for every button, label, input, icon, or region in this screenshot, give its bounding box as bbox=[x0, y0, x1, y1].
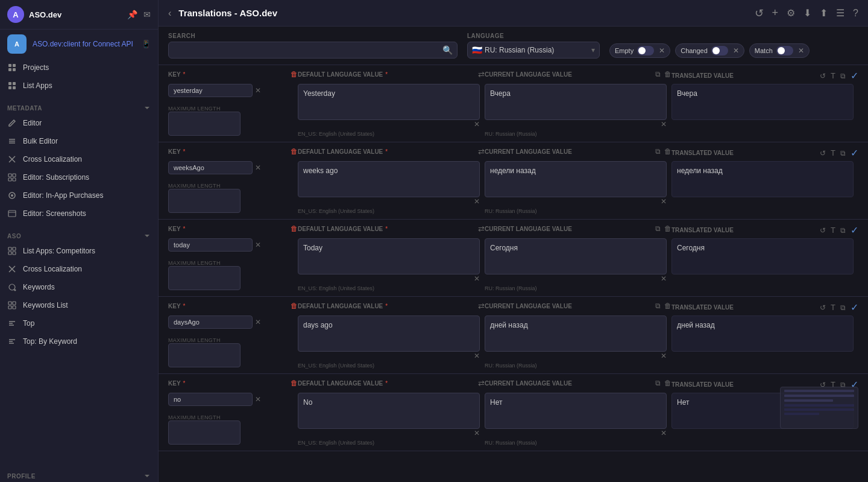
row3-translate-t-icon[interactable]: T bbox=[831, 226, 835, 235]
sidebar-item-cross-loc-aso[interactable]: Cross Localization bbox=[0, 260, 158, 278]
row2-key-clear[interactable]: ✕ bbox=[255, 163, 261, 172]
profile-section-title[interactable]: PROFILE bbox=[7, 472, 151, 480]
row1-current-clear[interactable]: ✕ bbox=[661, 120, 667, 128]
row4-copy-current-icon[interactable]: ⧉ bbox=[655, 302, 661, 310]
row2-copy-current-icon[interactable]: ⧉ bbox=[655, 147, 661, 156]
row1-current-textarea[interactable]: Вчера bbox=[485, 84, 667, 120]
sidebar-item-top[interactable]: Top bbox=[0, 314, 158, 332]
row3-delete-current-icon[interactable]: 🗑 bbox=[664, 224, 671, 233]
sidebar-item-list-apps-competitors[interactable]: List Apps: Competitors bbox=[0, 242, 158, 260]
row1-delete-btn[interactable]: 🗑 bbox=[291, 70, 298, 78]
row4-current-clear[interactable]: ✕ bbox=[661, 352, 667, 360]
row2-default-textarea[interactable]: weeks ago bbox=[298, 161, 480, 197]
row3-key-input[interactable] bbox=[168, 238, 253, 252]
row5-delete-current-icon[interactable]: 🗑 bbox=[664, 379, 671, 387]
row5-key-clear[interactable]: ✕ bbox=[255, 395, 261, 404]
row1-translate-icon[interactable]: ⇄ bbox=[478, 70, 485, 79]
toggle-changed-close[interactable]: ✕ bbox=[733, 46, 739, 55]
row5-max-length-input[interactable] bbox=[168, 420, 241, 445]
row2-delete-current-icon[interactable]: 🗑 bbox=[664, 147, 671, 156]
language-select[interactable]: RU: Russian (Russia) bbox=[467, 42, 600, 59]
row4-key-clear[interactable]: ✕ bbox=[255, 318, 261, 326]
row1-check-icon[interactable]: ✓ bbox=[851, 70, 858, 81]
row4-translate-icon[interactable]: ⇄ bbox=[478, 302, 485, 311]
row4-translate-t-icon[interactable]: T bbox=[831, 303, 835, 312]
sidebar-item-projects[interactable]: Projects bbox=[0, 59, 158, 77]
metadata-section-title[interactable]: METADATA bbox=[7, 104, 151, 112]
row2-current-clear[interactable]: ✕ bbox=[661, 197, 667, 206]
row4-check-icon[interactable]: ✓ bbox=[851, 302, 858, 313]
row5-delete-btn[interactable]: 🗑 bbox=[291, 379, 298, 387]
row4-max-length-input[interactable] bbox=[168, 343, 241, 367]
sidebar-item-bulk-editor[interactable]: Bulk Editor bbox=[0, 132, 158, 150]
settings-icon[interactable]: ⚙ bbox=[787, 7, 795, 19]
row3-refresh-icon[interactable]: ↺ bbox=[820, 226, 826, 235]
row4-current-textarea[interactable]: дней назад bbox=[485, 316, 667, 352]
row2-max-length-input[interactable] bbox=[168, 189, 241, 213]
mail-icon[interactable]: ✉ bbox=[143, 10, 151, 19]
row4-key-input[interactable] bbox=[168, 316, 253, 329]
sidebar-item-editor-subscriptions[interactable]: Editor: Subscriptions bbox=[0, 168, 158, 186]
row3-translate-icon[interactable]: ⇄ bbox=[478, 224, 485, 233]
row3-current-textarea[interactable]: Сегодня bbox=[485, 238, 667, 274]
row2-refresh-icon[interactable]: ↺ bbox=[820, 149, 826, 157]
row4-refresh-icon[interactable]: ↺ bbox=[820, 303, 826, 312]
row4-copy-translated-icon[interactable]: ⧉ bbox=[840, 303, 846, 312]
row2-key-input[interactable] bbox=[168, 161, 253, 174]
row3-default-clear[interactable]: ✕ bbox=[474, 274, 480, 283]
row5-default-textarea[interactable]: No bbox=[298, 393, 480, 429]
row2-copy-translated-icon[interactable]: ⧉ bbox=[840, 149, 846, 157]
download-icon[interactable]: ⬇ bbox=[804, 7, 811, 19]
client-app-item[interactable]: A ASO.dev:client for Connect API 📱 bbox=[0, 30, 158, 59]
row1-key-input[interactable] bbox=[168, 84, 253, 97]
row1-translate-t-icon[interactable]: T bbox=[831, 71, 835, 80]
toggle-empty-switch[interactable] bbox=[637, 46, 654, 55]
row4-default-clear[interactable]: ✕ bbox=[474, 352, 480, 360]
row2-check-icon[interactable]: ✓ bbox=[851, 147, 858, 159]
row3-copy-current-icon[interactable]: ⧉ bbox=[655, 224, 661, 233]
row1-copy-translated-icon[interactable]: ⧉ bbox=[840, 72, 846, 80]
row3-max-length-input[interactable] bbox=[168, 266, 241, 290]
toggle-match-switch[interactable] bbox=[776, 46, 793, 55]
row1-key-clear[interactable]: ✕ bbox=[255, 86, 261, 95]
row5-key-input[interactable] bbox=[168, 393, 253, 406]
toggle-empty[interactable]: Empty ✕ bbox=[609, 43, 670, 58]
row2-delete-btn[interactable]: 🗑 bbox=[291, 147, 298, 156]
row3-default-textarea[interactable]: Today bbox=[298, 238, 480, 274]
row2-default-clear[interactable]: ✕ bbox=[474, 197, 480, 206]
sidebar-item-keywords[interactable]: Keywords bbox=[0, 278, 158, 296]
toggle-changed-switch[interactable] bbox=[711, 46, 728, 55]
toggle-match[interactable]: Match ✕ bbox=[749, 43, 810, 58]
toggle-match-close[interactable]: ✕ bbox=[798, 46, 804, 55]
sidebar-item-top-by-keyword[interactable]: Top: By Keyword bbox=[0, 332, 158, 350]
back-button[interactable]: ‹ bbox=[168, 8, 171, 19]
menu-icon[interactable]: ☰ bbox=[836, 7, 844, 19]
row5-current-textarea[interactable]: Нет bbox=[485, 393, 667, 429]
refresh-icon[interactable]: ↺ bbox=[755, 7, 764, 20]
search-input[interactable] bbox=[168, 42, 458, 59]
row1-default-clear[interactable]: ✕ bbox=[474, 120, 480, 128]
row1-max-length-input[interactable] bbox=[168, 112, 241, 136]
add-icon[interactable]: + bbox=[772, 7, 779, 19]
row1-default-textarea[interactable]: Yesterday bbox=[298, 84, 480, 120]
toggle-empty-close[interactable]: ✕ bbox=[659, 46, 665, 55]
row3-key-clear[interactable]: ✕ bbox=[255, 241, 261, 249]
help-icon[interactable]: ? bbox=[853, 8, 858, 19]
row5-current-clear[interactable]: ✕ bbox=[661, 429, 667, 437]
row1-refresh-icon[interactable]: ↺ bbox=[820, 72, 826, 80]
sidebar-item-editor-iap[interactable]: Editor: In-App Purchases bbox=[0, 186, 158, 205]
upload-icon[interactable]: ⬆ bbox=[820, 7, 828, 19]
sidebar-item-editor[interactable]: Editor bbox=[0, 114, 158, 132]
row2-translate-t-icon[interactable]: T bbox=[831, 148, 835, 157]
row3-check-icon[interactable]: ✓ bbox=[851, 224, 858, 236]
sidebar-item-cross-loc-meta[interactable]: Cross Localization bbox=[0, 150, 158, 168]
row4-default-textarea[interactable]: days ago bbox=[298, 316, 480, 352]
row3-copy-translated-icon[interactable]: ⧉ bbox=[840, 226, 846, 235]
row5-translate-icon[interactable]: ⇄ bbox=[478, 379, 485, 388]
pin-icon[interactable]: 📌 bbox=[127, 10, 137, 19]
row2-translate-icon[interactable]: ⇄ bbox=[478, 147, 485, 156]
row1-copy-current-icon[interactable]: ⧉ bbox=[655, 70, 661, 78]
aso-section-title[interactable]: ASO bbox=[7, 232, 151, 239]
toggle-changed[interactable]: Changed ✕ bbox=[675, 43, 744, 58]
row5-copy-current-icon[interactable]: ⧉ bbox=[655, 379, 661, 387]
